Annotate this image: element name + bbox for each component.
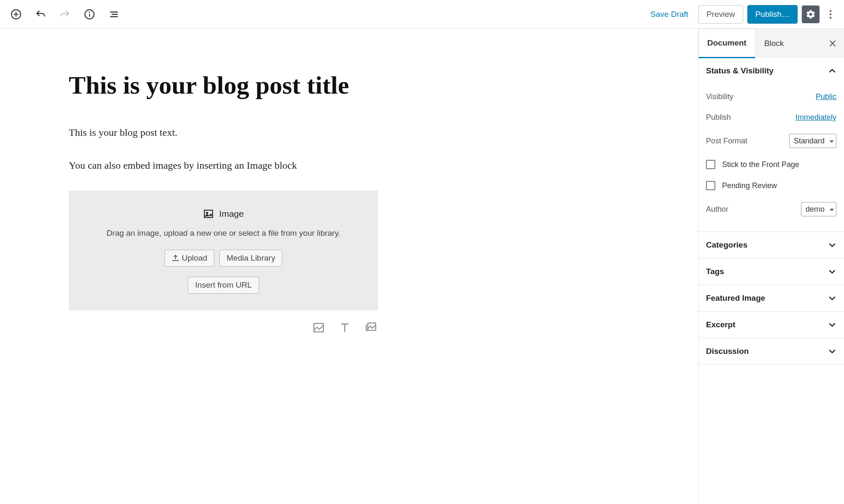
upload-button[interactable]: Upload <box>165 250 214 267</box>
more-options-button[interactable] <box>824 5 837 23</box>
pending-review-checkbox[interactable] <box>706 181 715 190</box>
main-area: This is your blog post title This is you… <box>0 29 844 504</box>
panel-header-discussion[interactable]: Discussion <box>698 338 844 364</box>
toolbar-right: Save Draft Preview Publish… <box>644 5 837 24</box>
settings-sidebar: Document Block Status & Visibility Visib… <box>698 29 844 504</box>
toolbar-left <box>7 7 122 22</box>
panel-title: Categories <box>706 240 747 250</box>
image-inserter-icon[interactable] <box>312 321 326 335</box>
panel-categories: Categories <box>698 232 844 259</box>
publish-label: Publish <box>706 113 731 122</box>
panel-title: Excerpt <box>706 320 736 329</box>
sidebar-tabs: Document Block <box>698 29 844 58</box>
upload-label: Upload <box>182 253 207 263</box>
settings-button[interactable] <box>802 5 820 23</box>
block-inserter-suggestions <box>69 310 378 335</box>
info-button[interactable] <box>82 7 97 22</box>
panel-header-categories[interactable]: Categories <box>698 232 844 258</box>
paragraph-block[interactable]: This is your blog post text. <box>69 124 378 140</box>
post-format-label: Post Format <box>706 137 747 146</box>
panel-status-visibility: Status & Visibility Visibility Public Pu… <box>698 58 844 232</box>
stick-front-page-checkbox[interactable] <box>706 160 715 169</box>
chevron-down-icon <box>828 267 836 276</box>
image-block-description: Drag an image, upload a new one or selec… <box>77 229 370 238</box>
image-block-label: Image <box>219 209 243 219</box>
publish-button[interactable]: Publish… <box>747 5 798 24</box>
text-inserter-icon[interactable] <box>338 321 352 335</box>
svg-rect-14 <box>314 323 324 332</box>
panel-title: Featured Image <box>706 294 765 303</box>
editor-canvas: This is your blog post title This is you… <box>0 29 698 504</box>
panel-featured-image: Featured Image <box>698 285 844 312</box>
post-format-select[interactable]: Standard <box>789 134 836 148</box>
panel-title: Tags <box>706 267 724 276</box>
panel-header-excerpt[interactable]: Excerpt <box>698 312 844 338</box>
svg-point-13 <box>206 212 208 213</box>
tab-document[interactable]: Document <box>698 29 755 58</box>
panel-title: Status & Visibility <box>706 66 774 75</box>
chevron-up-icon <box>828 67 836 75</box>
visibility-link[interactable]: Public <box>816 92 836 101</box>
redo-button[interactable] <box>57 7 73 22</box>
author-select[interactable]: demo <box>801 202 836 216</box>
media-library-button[interactable]: Media Library <box>219 250 282 267</box>
preview-button[interactable]: Preview <box>698 5 743 24</box>
image-icon <box>203 208 214 219</box>
gallery-inserter-icon[interactable] <box>365 321 378 335</box>
add-block-button[interactable] <box>8 7 24 22</box>
panel-header-featured-image[interactable]: Featured Image <box>698 285 844 311</box>
insert-from-url-button[interactable]: Insert from URL <box>188 277 259 294</box>
panel-excerpt: Excerpt <box>698 312 844 338</box>
svg-point-5 <box>89 12 89 12</box>
tab-block[interactable]: Block <box>755 29 793 58</box>
svg-point-11 <box>830 16 831 18</box>
close-sidebar-button[interactable] <box>821 40 844 47</box>
panel-discussion: Discussion <box>698 338 844 365</box>
save-draft-button[interactable]: Save Draft <box>644 6 694 22</box>
visibility-label: Visibility <box>706 92 733 101</box>
publish-link[interactable]: Immediately <box>795 113 836 122</box>
chevron-down-icon <box>828 241 836 249</box>
svg-point-10 <box>830 13 831 15</box>
post-title[interactable]: This is your blog post title <box>69 71 378 100</box>
pending-review-label: Pending Review <box>722 181 777 190</box>
upload-icon <box>172 254 179 262</box>
undo-button[interactable] <box>33 7 48 22</box>
panel-header-status[interactable]: Status & Visibility <box>698 58 844 84</box>
chevron-down-icon <box>828 294 836 302</box>
panel-title: Discussion <box>706 347 749 356</box>
top-toolbar: Save Draft Preview Publish… <box>0 0 844 29</box>
image-block-placeholder[interactable]: Image Drag an image, upload a new one or… <box>69 191 378 310</box>
chevron-down-icon <box>828 321 836 329</box>
svg-point-9 <box>830 10 831 11</box>
stick-front-page-label: Stick to the Front Page <box>722 160 799 169</box>
author-label: Author <box>706 205 728 214</box>
chevron-down-icon <box>828 347 836 356</box>
panel-header-tags[interactable]: Tags <box>698 259 844 285</box>
paragraph-block[interactable]: You can also embed images by inserting a… <box>69 157 378 173</box>
outline-button[interactable] <box>106 7 122 22</box>
panel-tags: Tags <box>698 259 844 285</box>
